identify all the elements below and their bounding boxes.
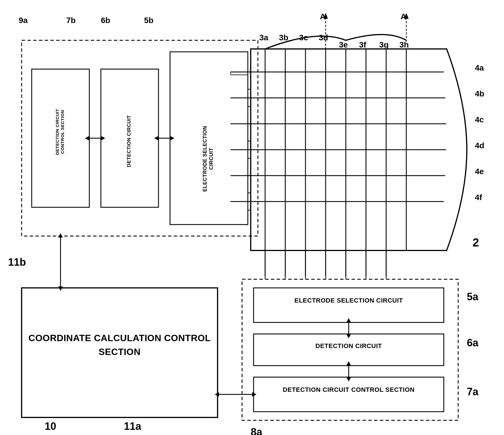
- box-7b-label: DETECTION CIRCUIT CONTROL SECTION: [55, 103, 65, 161]
- circuit-diagram-svg: [0, 0, 504, 435]
- svg-marker-54: [346, 361, 351, 366]
- label-3c: 3c: [299, 33, 308, 42]
- box-7a-label: DETECTION CIRCUIT CONTROL SECTION: [254, 386, 444, 394]
- label-5b: 5b: [144, 16, 154, 25]
- label-3h: 3h: [399, 40, 409, 50]
- label-9a: 9a: [19, 16, 28, 25]
- svg-rect-48: [254, 288, 444, 322]
- svg-marker-50: [346, 318, 351, 322]
- label-3a: 3a: [259, 33, 268, 42]
- box-5a-label: ELECTRODE SELECTION CIRCUIT: [254, 297, 444, 305]
- svg-rect-56: [254, 377, 444, 412]
- svg-marker-63: [58, 286, 63, 291]
- label-4d: 4d: [475, 141, 484, 150]
- label-2: 2: [473, 236, 479, 249]
- label-6b: 6b: [101, 16, 110, 25]
- label-4a: 4a: [475, 63, 484, 73]
- label-3f: 3f: [359, 40, 366, 50]
- svg-marker-51: [346, 334, 351, 338]
- label-A1: A: [320, 12, 326, 21]
- label-7b: 7b: [66, 16, 76, 25]
- label-3g: 3g: [379, 40, 389, 50]
- box-6b-label: DETECTION CIRCUIT: [126, 112, 132, 170]
- label-6a: 6a: [467, 337, 478, 349]
- label-10: 10: [45, 420, 56, 432]
- svg-marker-62: [58, 233, 63, 238]
- label-4b: 4b: [475, 89, 484, 98]
- label-11a: 11a: [124, 420, 141, 432]
- svg-marker-59: [215, 392, 219, 397]
- label-3e: 3e: [339, 40, 348, 50]
- label-4c: 4c: [475, 115, 484, 124]
- label-3d: 3d: [319, 33, 328, 42]
- svg-marker-35: [154, 136, 158, 140]
- box-10-label: COORDINATE CALCULATION CONTROL SECTION: [22, 331, 218, 359]
- svg-marker-36: [170, 136, 174, 140]
- svg-marker-55: [346, 377, 351, 381]
- label-4f: 4f: [475, 193, 482, 202]
- label-3b: 3b: [279, 33, 288, 42]
- svg-marker-33: [101, 136, 105, 140]
- label-A2: A: [401, 12, 406, 21]
- label-8a: 8a: [251, 426, 262, 435]
- box-5b-label: ELECTRODE SELECTION CIRCUIT: [202, 120, 214, 198]
- diagram-container: 9a 7b 6b 5b 3a 3b 3c 3d 3e 3f 3g 3h 4a 4…: [0, 0, 504, 435]
- label-11b: 11b: [8, 256, 26, 268]
- svg-marker-32: [85, 136, 89, 140]
- label-7a: 7a: [467, 386, 478, 398]
- label-4e: 4e: [475, 167, 484, 176]
- label-5a: 5a: [467, 291, 478, 303]
- box-6a-label: DETECTION CIRCUIT: [254, 342, 444, 350]
